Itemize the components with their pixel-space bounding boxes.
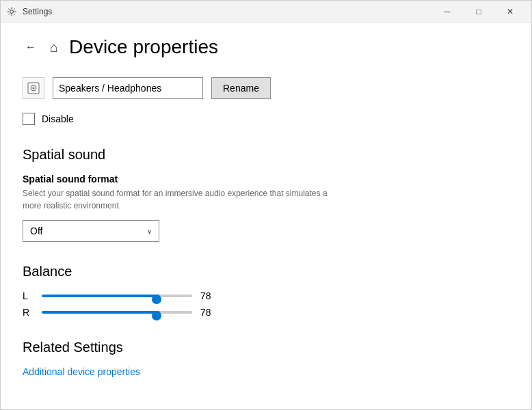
spatial-sound-dropdown[interactable]: Off ∨ [23,220,159,242]
dropdown-value: Off [30,226,42,236]
disable-label: Disable [42,113,74,124]
main-content: ← ⌂ Device properties Rename Disable Spa… [1,23,531,409]
balance-right-row: R 78 [23,307,509,318]
home-icon: ⌂ [50,40,58,55]
spatial-format-desc: Select your spatial sound format for an … [23,187,337,212]
maximize-button[interactable]: □ [463,1,494,23]
settings-window: Settings ─ □ ✕ ← ⌂ Device properties [0,0,532,410]
additional-device-properties-link[interactable]: Additional device properties [23,366,140,377]
title-bar: Settings ─ □ ✕ [1,1,531,23]
chevron-down-icon: ∨ [147,228,152,235]
balance-right-label: R [23,307,34,318]
rename-button[interactable]: Rename [211,77,271,99]
spatial-sound-title: Spatial sound [23,147,509,163]
balance-title: Balance [23,264,509,279]
balance-section: Balance L 78 R 78 [23,264,509,318]
device-name-input[interactable] [53,77,203,99]
page-header: ← ⌂ Device properties [23,36,509,58]
back-button[interactable]: ← [23,38,39,56]
svg-point-3 [33,87,35,90]
close-button[interactable]: ✕ [494,1,526,23]
balance-left-slider[interactable] [42,295,192,297]
speaker-device-icon [23,77,44,99]
minimize-button[interactable]: ─ [431,1,463,23]
disable-checkbox[interactable] [23,113,35,125]
balance-right-slider[interactable] [42,311,192,314]
balance-left-value: 78 [200,290,217,301]
settings-window-icon [6,6,17,17]
spatial-format-label: Spatial sound format [23,174,509,184]
title-bar-controls: ─ □ ✕ [431,1,526,23]
related-settings-section: Related Settings Additional device prope… [23,340,509,377]
disable-row: Disable [23,113,509,125]
balance-left-row: L 78 [23,290,509,301]
title-bar-text: Settings [23,7,52,16]
balance-left-label: L [23,290,34,301]
related-settings-title: Related Settings [23,340,509,355]
balance-right-value: 78 [200,307,217,318]
device-name-row: Rename [23,77,509,99]
title-bar-left: Settings [6,6,431,17]
svg-point-0 [10,10,14,13]
page-title: Device properties [69,36,218,58]
spatial-sound-section: Spatial sound Spatial sound format Selec… [23,147,509,242]
